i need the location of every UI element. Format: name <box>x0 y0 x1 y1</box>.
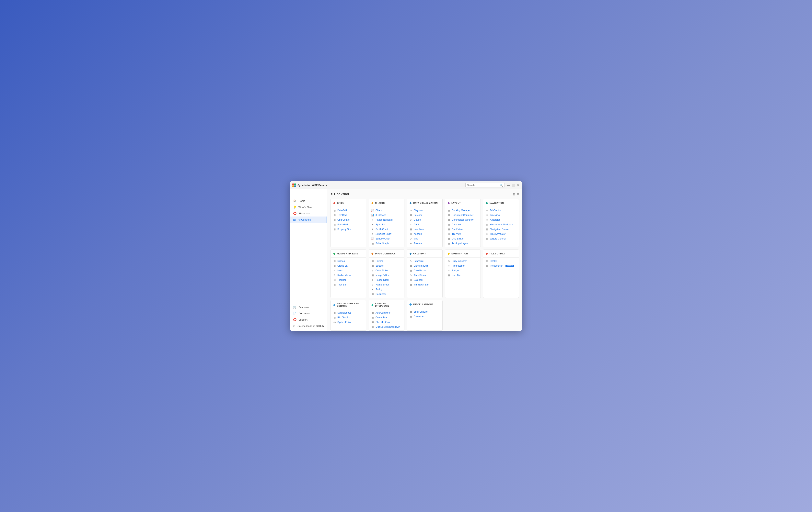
control-item-range-slider[interactable]: ≡Range Slider <box>369 278 404 282</box>
control-item-autocomplete[interactable]: ▦AutoComplete <box>369 310 404 315</box>
minimize-button[interactable]: — <box>507 184 510 187</box>
control-item-smith-chart[interactable]: ✦Smith Chart <box>369 227 404 232</box>
control-item-docking-manager[interactable]: ▦Docking Manager <box>445 208 481 213</box>
category-items-navigation: ⊞TabControl≡TreeView≡Accordion▦Hierarchi… <box>483 207 519 242</box>
control-item-checklistbox[interactable]: ▦CheckListBox <box>369 320 404 325</box>
category-icon-grids: ◆ <box>333 201 336 205</box>
control-item-badge[interactable]: ≡Badge <box>445 268 481 273</box>
control-item-navigation-drawer[interactable]: ▦Navigation Drawer <box>483 227 519 232</box>
hamburger-button[interactable]: ☰ <box>290 191 327 198</box>
control-item-multicolumn-dropdown[interactable]: ▦MultiColumn Dropdown <box>369 325 404 329</box>
control-item-combobox[interactable]: ▦ComboBox <box>369 315 404 320</box>
control-icon-pivot-grid: ▦ <box>333 223 336 226</box>
sidebar-item-document[interactable]: 📄 Document <box>290 310 327 317</box>
control-item-calendar[interactable]: ▦Calendar <box>407 278 442 282</box>
control-item-hub-tile[interactable]: ▦Hub Tile <box>445 273 481 278</box>
control-item-grid-control[interactable]: ▦Grid Control <box>331 217 366 222</box>
control-item-scheduler[interactable]: ⊙Scheduler <box>407 259 442 264</box>
control-icon-scheduler: ⊙ <box>409 260 412 263</box>
control-item-treeview[interactable]: ≡TreeView <box>483 213 519 217</box>
control-item-radial-menu[interactable]: ⊙Radial Menu <box>331 273 366 278</box>
main-window: Syncfusion WPF Demos 🔍 — ⬜ ✕ ☰ 🏠 Home 💡 <box>290 181 522 331</box>
control-item-property-grid[interactable]: ▦Property Grid <box>331 227 366 232</box>
control-item-treegrid[interactable]: ▦TreeGrid <box>331 213 366 217</box>
control-item-sunburst-chart[interactable]: ✦Sunburst Chart <box>369 232 404 236</box>
control-item-image-editor[interactable]: ▦Image Editor <box>369 273 404 278</box>
control-item-tabcontrol[interactable]: ⊞TabControl <box>483 208 519 213</box>
control-item-rating[interactable]: ✦Rating <box>369 287 404 292</box>
control-item-textinputlayout[interactable]: ▦TextInputLayout <box>445 241 481 246</box>
control-item-barcode[interactable]: ▦Barcode <box>407 213 442 217</box>
category-title-file-format: FILE FORMAT <box>490 252 505 255</box>
control-item-busy-indicator[interactable]: ⊙Busy Indicator <box>445 259 481 264</box>
sidebar-item-support[interactable]: ⭕ Support <box>290 317 327 323</box>
control-item-accordion[interactable]: ≡Accordion <box>483 217 519 222</box>
control-item-spreadsheet[interactable]: ▦Spreadsheet <box>331 310 366 315</box>
control-item-richtextbox[interactable]: ▦RichTextBox <box>331 315 366 320</box>
control-item-tile-view[interactable]: ▦Tile View <box>445 232 481 236</box>
control-item-timespan-edit[interactable]: ▦TimeSpan Edit <box>407 282 442 287</box>
grid-view-button[interactable]: ⊞ <box>513 192 516 196</box>
control-item-spell-checker[interactable]: ▦Spell Checker <box>407 309 442 314</box>
control-item-wizard-control[interactable]: ▦Wizard Control <box>483 236 519 241</box>
control-item-card-view[interactable]: ▦Card View <box>445 227 481 232</box>
control-item-bullet-graph[interactable]: ▦Bullet Graph <box>369 241 404 246</box>
control-item-gantt[interactable]: ≡Gantt <box>407 222 442 227</box>
sidebar-item-showcase[interactable]: ⭕ Showcase <box>290 210 327 216</box>
control-item-group-bar[interactable]: ▦Group Bar <box>331 264 366 268</box>
control-item-gauge[interactable]: ⊙Gauge <box>407 217 442 222</box>
control-item-range-navigator[interactable]: ≡Range Navigator <box>369 217 404 222</box>
close-button[interactable]: ✕ <box>517 184 520 187</box>
control-item-grid-splitter[interactable]: ▦Grid Splitter <box>445 236 481 241</box>
control-item-charts[interactable]: 📈Charts <box>369 208 404 213</box>
sidebar-item-buy-now[interactable]: 🛒 Buy Now <box>290 304 327 310</box>
control-icon-barcode: ▦ <box>409 214 412 216</box>
control-item-calculator[interactable]: ▦Calculator <box>369 292 404 297</box>
control-item-datagrid[interactable]: ▦DataGrid <box>331 208 366 213</box>
control-item-calculate[interactable]: ▦Calculate <box>407 314 442 319</box>
control-item-progressbar[interactable]: ≡Progressbar <box>445 264 481 268</box>
control-item-color-picker[interactable]: ⊙Color Picker <box>369 268 404 273</box>
control-item-date-picker[interactable]: ▦Date Picker <box>407 268 442 273</box>
control-item-sparkline[interactable]: ✦Sparkline <box>369 222 404 227</box>
sidebar-item-whats-new[interactable]: 💡 What's New <box>290 204 327 210</box>
control-item-surface-chart[interactable]: 📈Surface Chart <box>369 236 404 241</box>
control-item-menu[interactable]: ≡Menu <box>331 268 366 273</box>
search-input[interactable] <box>467 184 499 187</box>
sidebar-item-home[interactable]: 🏠 Home <box>290 198 327 204</box>
sidebar-item-all-controls[interactable]: ▦ All Controls <box>290 216 327 223</box>
control-item-diagram[interactable]: ⊙Diagram <box>407 208 442 213</box>
control-item-heat-map[interactable]: ▦Heat Map <box>407 227 442 232</box>
control-item-map[interactable]: ⊙Map <box>407 236 442 241</box>
control-item-treemap[interactable]: ⊞Treemap <box>407 241 442 246</box>
sidebar-item-source-code[interactable]: ⊙ Source Code in GitHub <box>290 323 327 329</box>
control-item-pivot-grid[interactable]: ▦Pivot Grid <box>331 222 366 227</box>
control-item-ribbon[interactable]: ▦Ribbon <box>331 259 366 264</box>
category-card-layout: ◆LAYOUT▦Docking Manager▦Document Contain… <box>445 199 481 247</box>
list-view-button[interactable]: ≡ <box>517 192 519 196</box>
control-label-radial-menu: Radial Menu <box>338 274 351 277</box>
control-item-editors[interactable]: ▦Editors <box>369 259 404 264</box>
category-title-navigation: NAVIGATION <box>490 202 504 204</box>
category-items-layout: ▦Docking Manager▦Document Container▦Chro… <box>445 207 481 247</box>
category-icon-menus-bars: ◆ <box>333 252 336 255</box>
control-item-buttons[interactable]: ▦Buttons <box>369 264 404 268</box>
control-item-presentation[interactable]: ▦PresentationUpdated <box>483 264 519 268</box>
control-item-document-container[interactable]: ▦Document Container <box>445 213 481 217</box>
control-item-task-bar[interactable]: ▦Task Bar <box>331 282 366 287</box>
control-item-tool-bar[interactable]: ▦Tool Bar <box>331 278 366 282</box>
control-item-3d-charts[interactable]: 📊3D-Charts <box>369 213 404 217</box>
category-title-input-controls: INPUT CONTROLS <box>375 252 396 255</box>
control-item-radial-slider[interactable]: ⊙Radial Slider <box>369 282 404 287</box>
search-box[interactable]: 🔍 <box>465 183 505 187</box>
control-item-tree-navigator[interactable]: ▦Tree Navigator <box>483 232 519 236</box>
control-item-docio[interactable]: ▦DocIO <box>483 259 519 264</box>
control-item-syntax-editor[interactable]: </>Syntax Editor <box>331 320 366 325</box>
control-item-chromeless-window[interactable]: ▦Chromeless Window <box>445 217 481 222</box>
control-item-kanban[interactable]: ▦Kanban <box>407 232 442 236</box>
control-item-datetimeedit[interactable]: ▦DateTimeEdit <box>407 264 442 268</box>
control-item-time-picker[interactable]: ⊙Time Picker <box>407 273 442 278</box>
control-item-hierarchical-navigator[interactable]: ▦Hierarchical Navigator <box>483 222 519 227</box>
control-item-carousel[interactable]: ▦Carousel <box>445 222 481 227</box>
maximize-button[interactable]: ⬜ <box>512 184 515 187</box>
